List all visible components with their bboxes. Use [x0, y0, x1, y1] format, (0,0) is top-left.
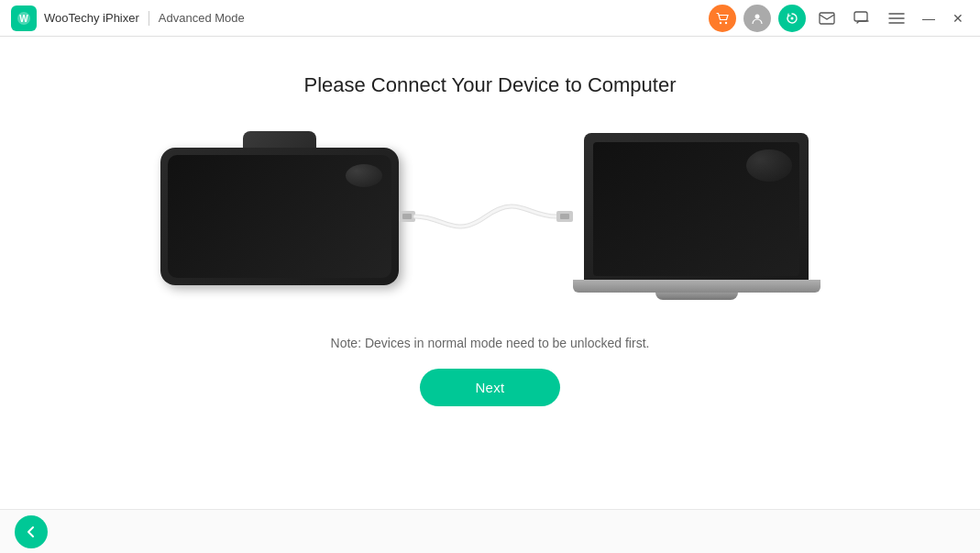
update-icon[interactable] — [778, 5, 806, 32]
app-title: WooTechy iPhixer — [44, 11, 139, 25]
mail-icon[interactable] — [813, 5, 841, 32]
svg-point-2 — [720, 21, 721, 23]
connection-illustration — [0, 125, 980, 308]
mode-label: Advanced Mode — [159, 11, 245, 25]
svg-rect-12 — [402, 214, 412, 219]
note-text: Note: Devices in normal mode need to be … — [331, 336, 650, 350]
bottom-bar — [0, 509, 980, 553]
page-heading: Please Connect Your Device to Computer — [303, 73, 676, 97]
cable-illustration — [399, 189, 573, 244]
app-logo: W — [11, 6, 37, 31]
minimize-button[interactable]: — — [918, 7, 940, 29]
phone-illustration — [160, 148, 399, 285]
title-separator — [149, 11, 149, 26]
close-button[interactable]: ✕ — [947, 7, 969, 29]
svg-point-5 — [791, 17, 794, 19]
next-button[interactable]: Next — [420, 369, 559, 406]
menu-icon[interactable] — [883, 5, 910, 32]
svg-rect-7 — [854, 12, 867, 21]
laptop-illustration — [573, 133, 820, 300]
cart-icon[interactable] — [709, 5, 736, 32]
chat-icon[interactable] — [848, 5, 875, 32]
svg-rect-14 — [560, 214, 569, 219]
main-content: Please Connect Your Device to Computer — [0, 37, 980, 509]
title-bar: W WooTechy iPhixer Advanced Mode — [0, 0, 980, 37]
back-button[interactable] — [15, 515, 48, 548]
svg-text:W: W — [19, 14, 28, 24]
svg-point-3 — [725, 21, 727, 23]
user-icon[interactable] — [743, 5, 771, 32]
title-bar-right: — ✕ — [709, 5, 969, 32]
svg-rect-6 — [820, 13, 834, 24]
svg-point-4 — [755, 14, 760, 18]
